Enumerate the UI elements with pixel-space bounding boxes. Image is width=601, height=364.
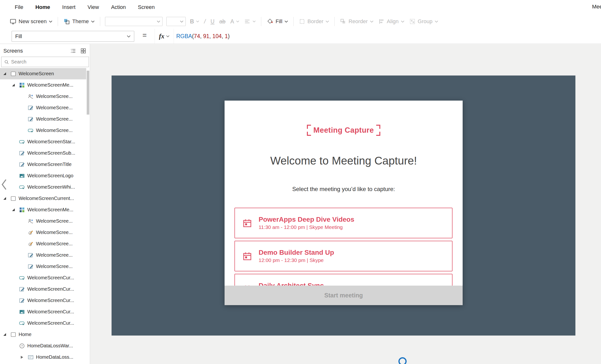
tree-scrollbar[interactable]: [87, 68, 89, 364]
group-label: Group: [418, 18, 432, 25]
expander-expanded-icon[interactable]: [3, 197, 10, 200]
button-icon: [19, 139, 25, 145]
new-screen-button[interactable]: New screen: [10, 18, 52, 25]
tree-node-label: WelcomeScreenCur...: [27, 320, 74, 326]
tree-row[interactable]: WelcomeScree...: [0, 102, 86, 113]
align-button[interactable]: Align: [378, 18, 404, 25]
meeting-item[interactable]: Demo Builder Stand Up12:00 pm - 12:30 pm…: [234, 241, 452, 271]
menu-item-home[interactable]: Home: [29, 4, 56, 10]
tree-row[interactable]: ?HomeDataLossWar...: [0, 340, 86, 352]
tree-node-label: WelcomeScreenLogo: [27, 173, 73, 179]
menu-item-view[interactable]: View: [82, 4, 105, 10]
tree-row[interactable]: WelcomeScreenCur...: [0, 272, 86, 283]
button-icon: [28, 127, 34, 134]
border-button[interactable]: Border: [299, 18, 329, 25]
tree-row[interactable]: WelcomeScreenCur...: [0, 317, 86, 329]
reorder-button[interactable]: Reorder: [340, 18, 373, 25]
tree-node-label: WelcomeScree...: [36, 264, 73, 269]
tree-row[interactable]: WelcomeScree...: [0, 91, 86, 102]
property-selector-value: Fill: [15, 33, 22, 39]
tree-row[interactable]: WelcomeScree...: [0, 125, 86, 136]
bold-button[interactable]: B: [190, 18, 200, 25]
theme-button[interactable]: Theme: [63, 18, 94, 25]
grid-view-icon[interactable]: [80, 48, 86, 54]
strikethrough-button[interactable]: ab: [219, 18, 226, 25]
tree-node-label: HomeDataLoss...: [36, 354, 73, 360]
tree-row[interactable]: WelcomeScreenCur...: [0, 306, 86, 317]
tree-row[interactable]: WelcomeScreenSub...: [0, 147, 86, 159]
font-family-select[interactable]: [105, 17, 162, 26]
chevron-down-icon: [236, 20, 239, 22]
tree-row[interactable]: WelcomeScreenCur...: [0, 295, 86, 306]
property-selector[interactable]: Fill: [12, 31, 134, 42]
tree-row[interactable]: WelcomeScreenMe...: [0, 79, 86, 91]
tree-node-label: WelcomeScreenCur...: [27, 298, 74, 303]
formula-token-number: 104: [212, 33, 222, 39]
label-icon: [19, 150, 25, 156]
fill-button[interactable]: Fill: [267, 18, 288, 25]
app-screen-canvas[interactable]: Meeting Capture Welcome to Meeting Captu…: [111, 76, 575, 335]
tree-row[interactable]: WelcomeScreenTitle: [0, 159, 86, 170]
scrollbar-thumb[interactable]: [87, 71, 89, 115]
logo-text: Meeting Capture: [313, 126, 374, 134]
tree-row[interactable]: WelcomeScree...: [0, 113, 86, 125]
tree-row[interactable]: WelcomeScreenLogo: [0, 170, 86, 182]
tree-node-label: WelcomeScreenCur...: [27, 286, 74, 292]
font-color-button[interactable]: A: [230, 18, 239, 25]
menu-item-screen[interactable]: Screen: [132, 4, 161, 10]
formula-token-plain: (: [192, 33, 194, 39]
menu-item-file[interactable]: File: [9, 4, 29, 10]
label-icon: [19, 286, 25, 292]
meeting-item[interactable]: PowerApps Deep Dive Videos11:30 am - 12:…: [234, 208, 452, 238]
fill-bucket-icon: [267, 18, 273, 25]
menu-item-insert[interactable]: Insert: [56, 4, 82, 10]
start-meeting-button[interactable]: Start meeting: [225, 286, 463, 305]
tree-row[interactable]: WelcomeScree...: [0, 238, 86, 249]
tree-row[interactable]: WelcomeScreen: [0, 68, 86, 79]
toolbar-separator: [58, 17, 58, 26]
italic-button[interactable]: /: [204, 18, 205, 25]
tree-row[interactable]: WelcomeScreenCur...: [0, 283, 86, 295]
equals-sign: =: [142, 31, 147, 39]
border-label: Border: [307, 18, 323, 25]
expander-expanded-icon[interactable]: [12, 84, 19, 86]
menu-item-action[interactable]: Action: [105, 4, 132, 10]
tree-row[interactable]: WelcomeScree...: [0, 215, 86, 227]
tree-row[interactable]: Home: [0, 329, 86, 340]
tree-row[interactable]: WelcomeScreenStar...: [0, 136, 86, 147]
fx-dropdown[interactable]: fx: [155, 29, 174, 44]
group-button[interactable]: Group: [409, 18, 438, 25]
new-screen-icon: [10, 18, 16, 25]
formula-input[interactable]: RGBA(74, 91, 104, 1): [176, 29, 230, 44]
panel-collapse-chevron-icon[interactable]: [1, 178, 9, 191]
tree-row[interactable]: WelcomeScree...: [0, 227, 86, 238]
toolbar: New screen Theme B / U ab: [0, 14, 601, 29]
underline-button[interactable]: U: [210, 18, 215, 25]
chevron-down-icon: [91, 20, 95, 23]
expander-collapsed-icon[interactable]: [21, 356, 28, 359]
tree-row[interactable]: WelcomeScreenMe...: [0, 204, 86, 215]
tree-row[interactable]: WelcomeScree...: [0, 249, 86, 261]
tree-row[interactable]: WelcomeScreenWhi...: [0, 182, 86, 193]
text-align-button[interactable]: [244, 18, 256, 25]
tree-node-label: WelcomeScreenStar...: [27, 139, 75, 144]
search-icon: [4, 59, 9, 65]
tree-view-icon[interactable]: [70, 48, 76, 54]
chevron-down-icon: [370, 20, 373, 23]
screen-icon: [10, 195, 16, 202]
tree-row[interactable]: WelcomeScreenCurrent...: [0, 193, 86, 204]
formula-token-number: 91: [203, 33, 209, 39]
tree-node-label: WelcomeScreenCur...: [27, 275, 74, 280]
search-input[interactable]: [11, 59, 86, 65]
formula-token-function: RGBA: [176, 33, 192, 39]
reorder-label: Reorder: [349, 18, 368, 25]
font-size-select[interactable]: [166, 17, 186, 26]
expander-expanded-icon[interactable]: [3, 72, 10, 75]
expander-expanded-icon[interactable]: [12, 208, 19, 211]
tree-row[interactable]: WelcomeScree...: [0, 261, 86, 272]
formula-token-plain: ,: [200, 33, 203, 39]
tree-row[interactable]: HomeDataLoss...: [0, 352, 86, 363]
tree-node-label: WelcomeScree...: [36, 105, 73, 110]
tree-node-label: WelcomeScreenCur...: [27, 309, 74, 315]
expander-expanded-icon[interactable]: [3, 333, 10, 336]
